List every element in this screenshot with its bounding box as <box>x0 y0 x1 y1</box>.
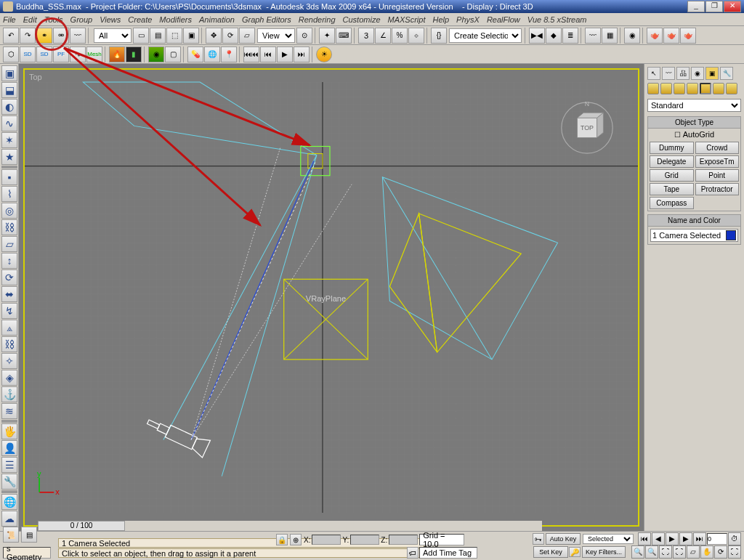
lt-body-icon[interactable]: 👤 <box>1 440 17 456</box>
menu-physx[interactable]: PhysX <box>456 15 480 24</box>
maximize-button[interactable]: ❐ <box>705 1 723 12</box>
rigid-body-button[interactable]: ▢ <box>165 46 181 62</box>
select-button[interactable]: ▭ <box>133 28 149 44</box>
selection-filter-dropdown[interactable]: All <box>94 28 132 43</box>
y-spinner[interactable] <box>350 535 379 545</box>
move-button[interactable]: ✥ <box>206 28 222 44</box>
helper-exposetm-button[interactable]: ExposeTm <box>695 155 740 168</box>
lt-angular-icon[interactable]: ⟳ <box>1 269 17 285</box>
lt-carwheel-icon[interactable]: ↯ <box>1 303 17 319</box>
play-button[interactable]: ▶ <box>666 532 679 545</box>
mirror-button[interactable]: ▶◀ <box>529 28 545 44</box>
lt-util-icon[interactable]: 🔧 <box>1 474 17 490</box>
goto-start-button[interactable]: ⏮ <box>638 532 651 545</box>
redo-button[interactable]: ↷ <box>20 28 36 44</box>
globe-button[interactable]: 🌐 <box>204 46 220 62</box>
fire-icon[interactable]: 🔥 <box>109 46 125 62</box>
key-icon[interactable]: 🔑 <box>569 547 581 557</box>
minimize-button[interactable]: _ <box>687 1 705 12</box>
lt-rigid-body-icon[interactable]: ▣ <box>1 65 17 81</box>
next-frame-button[interactable]: ▶ <box>679 532 692 545</box>
window-crossing-button[interactable]: ▣ <box>183 28 199 44</box>
cat-systems-icon[interactable] <box>726 83 737 94</box>
lt-water-icon[interactable]: ★ <box>1 149 17 165</box>
lt-ragdoll-icon[interactable]: ✧ <box>1 353 17 369</box>
spinner-snap-button[interactable]: ⟐ <box>408 28 424 44</box>
tab-utilities[interactable]: 🔧 <box>720 67 733 80</box>
autokey-button[interactable]: Auto Key <box>546 533 581 545</box>
curve-editor-button[interactable]: 〰 <box>585 28 601 44</box>
scale-button[interactable]: ▱ <box>239 28 255 44</box>
rope-button[interactable]: ∿ <box>70 46 86 62</box>
sd-button[interactable]: SD <box>20 46 36 62</box>
snap-toggle-button[interactable]: 3 <box>358 28 374 44</box>
nvidia-icon[interactable]: ◉ <box>148 46 164 62</box>
macro-recorder-icon[interactable]: ▤ <box>21 527 37 543</box>
named-sel-set-button[interactable]: {} <box>431 28 447 44</box>
menu-views[interactable]: Views <box>100 15 121 24</box>
lt-deform-icon[interactable]: ✶ <box>1 132 17 148</box>
lt-rope-icon[interactable]: ∿ <box>1 115 17 131</box>
helper-compass-button[interactable]: Compass <box>650 197 694 209</box>
lock-selection-icon[interactable]: 🔒 <box>276 534 288 545</box>
menu-vue[interactable]: Vue 8.5 xStream <box>527 15 587 24</box>
lt-plane-icon[interactable]: ▱ <box>1 236 17 252</box>
viewport-top[interactable]: Top <box>23 68 639 527</box>
keyboard-shortcut-button[interactable]: ⌨ <box>336 28 352 44</box>
close-button[interactable]: ✕ <box>724 1 741 12</box>
reactor-body-button[interactable]: ⬡ <box>3 46 19 62</box>
menu-tools[interactable]: Tools <box>44 15 63 24</box>
tab-hierarchy[interactable]: 品 <box>676 67 690 80</box>
lt-linear-icon[interactable]: ↕ <box>1 253 17 269</box>
step-back-button[interactable]: ⏮ <box>260 46 276 62</box>
add-time-tag[interactable]: Add Time Tag <box>419 547 477 559</box>
physx-icon[interactable]: ▮ <box>126 46 142 62</box>
select-by-name-button[interactable]: ▤ <box>150 28 166 44</box>
menu-edit[interactable]: Edit <box>23 15 37 24</box>
menu-file[interactable]: File <box>3 15 16 24</box>
cat-lights-icon[interactable] <box>674 83 685 94</box>
cat-spacewarps-icon[interactable] <box>713 83 724 94</box>
keyfilters-button[interactable]: Key Filters... <box>582 546 626 558</box>
capsule-button[interactable]: 💊 <box>187 46 203 62</box>
fov-button[interactable]: ▱ <box>687 545 700 559</box>
name-color-head[interactable]: Name and Color <box>648 215 740 227</box>
menu-realflow[interactable]: RealFlow <box>487 15 520 24</box>
lt-globe-icon[interactable]: 🌐 <box>1 494 17 510</box>
step-fwd-button[interactable]: ⏭ <box>294 46 310 62</box>
mesh-button[interactable]: Mesh <box>86 46 102 62</box>
lt-spring-icon[interactable]: ⌇ <box>1 186 17 202</box>
helper-protractor-button[interactable]: Protractor <box>695 183 740 195</box>
lt-cloth-icon[interactable]: ⬓ <box>1 82 17 98</box>
pin-button[interactable]: 📍 <box>221 46 237 62</box>
lt-wind-icon[interactable]: ≋ <box>1 403 17 419</box>
tab-display[interactable]: ▣ <box>705 67 719 80</box>
tab-modify[interactable]: 〰 <box>662 67 675 80</box>
maxscript-listener-icon[interactable]: 📜 <box>3 527 19 543</box>
unlink-button[interactable]: ⚮ <box>53 28 69 44</box>
subcategory-dropdown[interactable]: Standard <box>647 99 741 112</box>
lt-prop-icon[interactable]: ☰ <box>1 457 17 473</box>
helper-tape-button[interactable]: Tape <box>650 183 694 195</box>
time-slider-knob[interactable]: 0 / 100 <box>38 521 125 531</box>
angle-snap-button[interactable]: ∠ <box>375 28 391 44</box>
cat-shapes-icon[interactable] <box>660 83 672 94</box>
render-setup-button[interactable]: 🫖 <box>647 28 663 44</box>
select-region-button[interactable]: ⬚ <box>166 28 182 44</box>
autogrid-checkbox[interactable]: ☐ AutoGrid <box>648 129 740 140</box>
cat-geometry-icon[interactable] <box>647 83 659 94</box>
undo-button[interactable]: ↶ <box>3 28 19 44</box>
menu-group[interactable]: Group <box>70 15 93 24</box>
z-spinner[interactable] <box>389 535 418 545</box>
zoom-extents-all-button[interactable]: ⛶ <box>673 545 686 559</box>
pan-button[interactable]: ✋ <box>700 545 713 559</box>
reset-sim-button[interactable]: ⏮⏮ <box>243 46 259 62</box>
orbit-button[interactable]: ⟳ <box>714 545 727 559</box>
lt-hinge-icon[interactable]: ⟁ <box>1 320 17 336</box>
menu-create[interactable]: Create <box>128 15 152 24</box>
helper-crowd-button[interactable]: Crowd <box>695 142 740 154</box>
menu-modifiers[interactable]: Modifiers <box>159 15 192 24</box>
set-key-mode-icon[interactable]: 🗝 <box>533 533 544 545</box>
key-target-dropdown[interactable]: Selected <box>583 534 634 544</box>
cat-cameras-icon[interactable] <box>687 83 698 94</box>
